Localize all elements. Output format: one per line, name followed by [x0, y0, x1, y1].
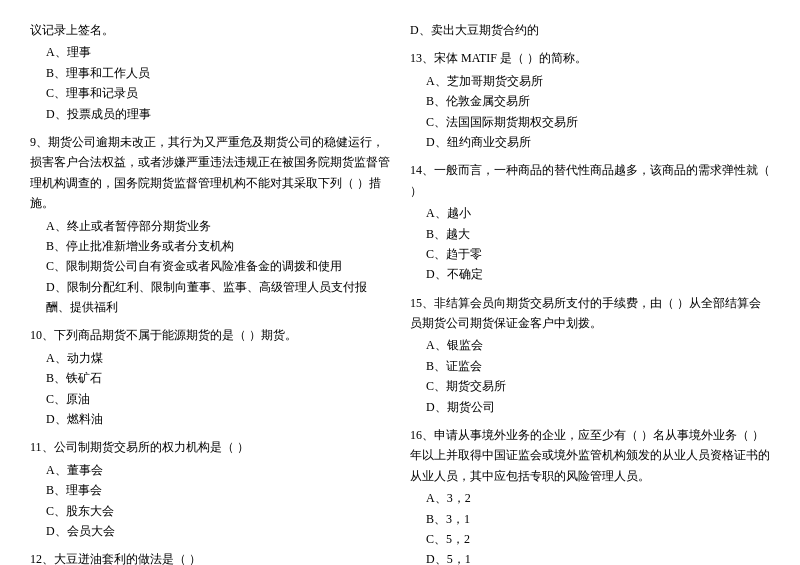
- q16-block: 16、申请从事境外业务的企业，应至少有（ ）名从事境外业务（ ）年以上并取得中国…: [410, 425, 770, 565]
- q15-text: 15、非结算会员向期货交易所支付的手续费，由（ ）从全部结算会员期货公司期货保证…: [410, 293, 770, 334]
- intro-text: 议记录上签名。: [30, 20, 390, 40]
- q9-option-b: B、停止批准新增业务或者分支机构: [30, 236, 390, 256]
- q15-option-a: A、银监会: [410, 335, 770, 355]
- q13-block: 13、宋体 MATIF 是（ ）的简称。 A、芝加哥期货交易所 B、伦敦金属交易…: [410, 48, 770, 152]
- q11-option-a: A、董事会: [30, 460, 390, 480]
- option-d: D、投票成员的理事: [30, 104, 390, 124]
- page-content: 议记录上签名。 A、理事 B、理事和工作人员 C、理事和记录员 D、投票成员的理…: [30, 20, 770, 565]
- q13-option-d: D、纽约商业交易所: [410, 132, 770, 152]
- q15-option-d: D、期货公司: [410, 397, 770, 417]
- q11-option-b: B、理事会: [30, 480, 390, 500]
- q9-option-c: C、限制期货公司自有资金或者风险准备金的调拨和使用: [30, 256, 390, 276]
- q13-option-c: C、法国国际期货期权交易所: [410, 112, 770, 132]
- q10-block: 10、下列商品期货不属于能源期货的是（ ）期货。 A、动力煤 B、铁矿石 C、原…: [30, 325, 390, 429]
- q10-option-a: A、动力煤: [30, 348, 390, 368]
- q10-option-d: D、燃料油: [30, 409, 390, 429]
- q14-option-d: D、不确定: [410, 264, 770, 284]
- q12d-block: D、卖出大豆期货合约的: [410, 20, 770, 40]
- q11-option-d: D、会员大会: [30, 521, 390, 541]
- q9-option-a: A、终止或者暂停部分期货业务: [30, 216, 390, 236]
- q14-text: 14、一般而言，一种商品的替代性商品越多，该商品的需求弹性就（ ）: [410, 160, 770, 201]
- q16-text: 16、申请从事境外业务的企业，应至少有（ ）名从事境外业务（ ）年以上并取得中国…: [410, 425, 770, 486]
- q9-block: 9、期货公司逾期未改正，其行为又严重危及期货公司的稳健运行，损害客户合法权益，或…: [30, 132, 390, 318]
- q10-text: 10、下列商品期货不属于能源期货的是（ ）期货。: [30, 325, 390, 345]
- left-column: 议记录上签名。 A、理事 B、理事和工作人员 C、理事和记录员 D、投票成员的理…: [30, 20, 390, 565]
- q10-option-b: B、铁矿石: [30, 368, 390, 388]
- intro-block: 议记录上签名。 A、理事 B、理事和工作人员 C、理事和记录员 D、投票成员的理…: [30, 20, 390, 124]
- q15-option-b: B、证监会: [410, 356, 770, 376]
- q9-text: 9、期货公司逾期未改正，其行为又严重危及期货公司的稳健运行，损害客户合法权益，或…: [30, 132, 390, 214]
- q15-block: 15、非结算会员向期货交易所支付的手续费，由（ ）从全部结算会员期货公司期货保证…: [410, 293, 770, 417]
- q13-option-b: B、伦敦金属交易所: [410, 91, 770, 111]
- option-c: C、理事和记录员: [30, 83, 390, 103]
- q14-option-c: C、趋于零: [410, 244, 770, 264]
- q11-option-c: C、股东大会: [30, 501, 390, 521]
- q16-option-b: B、3，1: [410, 509, 770, 529]
- q12-text: 12、大豆迸油套利的做法是（ ）: [30, 549, 390, 565]
- q9-option-d: D、限制分配红利、限制向董事、监事、高级管理人员支付报酬、提供福利: [30, 277, 390, 318]
- q10-option-c: C、原油: [30, 389, 390, 409]
- q12-block: 12、大豆迸油套利的做法是（ ） A、购买大豆期货合约的同时，卖出豆油和豆粕的期…: [30, 549, 390, 565]
- option-a: A、理事: [30, 42, 390, 62]
- q13-text: 13、宋体 MATIF 是（ ）的简称。: [410, 48, 770, 68]
- q15-option-c: C、期货交易所: [410, 376, 770, 396]
- q11-text: 11、公司制期货交易所的权力机构是（ ）: [30, 437, 390, 457]
- q16-option-d: D、5，1: [410, 549, 770, 565]
- q12d-text: D、卖出大豆期货合约的: [410, 20, 770, 40]
- q16-option-c: C、5，2: [410, 529, 770, 549]
- option-b: B、理事和工作人员: [30, 63, 390, 83]
- main-columns: 议记录上签名。 A、理事 B、理事和工作人员 C、理事和记录员 D、投票成员的理…: [30, 20, 770, 565]
- q14-option-b: B、越大: [410, 224, 770, 244]
- right-column: D、卖出大豆期货合约的 13、宋体 MATIF 是（ ）的简称。 A、芝加哥期货…: [410, 20, 770, 565]
- q11-block: 11、公司制期货交易所的权力机构是（ ） A、董事会 B、理事会 C、股东大会 …: [30, 437, 390, 541]
- q16-option-a: A、3，2: [410, 488, 770, 508]
- q13-option-a: A、芝加哥期货交易所: [410, 71, 770, 91]
- q14-block: 14、一般而言，一种商品的替代性商品越多，该商品的需求弹性就（ ） A、越小 B…: [410, 160, 770, 284]
- q14-option-a: A、越小: [410, 203, 770, 223]
